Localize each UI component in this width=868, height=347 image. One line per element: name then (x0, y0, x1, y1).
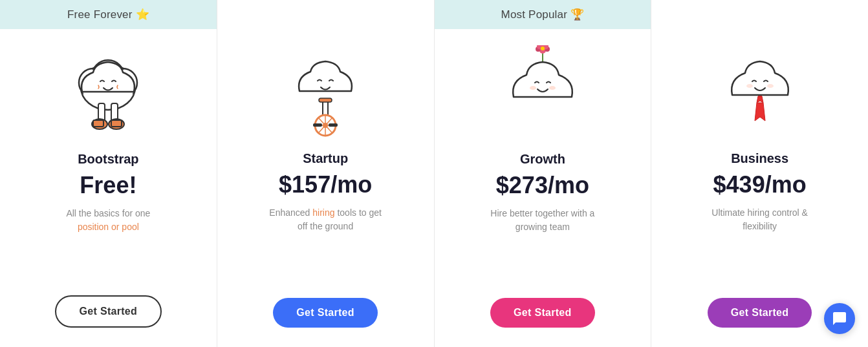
plan-price-bootstrap: Free! (80, 172, 136, 199)
plan-name-bootstrap: Bootstrap (78, 152, 138, 167)
plan-description-growth: Hire better together with agrowing team (477, 207, 607, 285)
svg-rect-22 (329, 123, 338, 127)
plan-card-growth: Most Popular 🏆 (435, 0, 652, 347)
plan-name-growth: Growth (520, 152, 565, 167)
pricing-container: Free Forever ⭐ (0, 0, 868, 347)
svg-marker-37 (755, 103, 765, 121)
get-started-button-business[interactable]: Get Started (708, 298, 812, 328)
plan-badge-startup: ‎ (217, 0, 434, 28)
plan-price-growth: $273/mo (496, 172, 589, 199)
svg-rect-11 (93, 120, 103, 127)
plan-badge-growth: Most Popular 🏆 (435, 0, 651, 29)
svg-point-32 (530, 86, 536, 90)
svg-point-31 (541, 47, 545, 50)
plan-card-business: ‎ Business $439/mo (651, 0, 868, 347)
illustration-business (708, 41, 812, 145)
plan-name-business: Business (731, 151, 788, 166)
svg-point-35 (767, 84, 774, 88)
plan-badge-business: ‎ (651, 0, 868, 28)
svg-rect-23 (319, 98, 332, 102)
plan-name-startup: Startup (303, 151, 348, 166)
svg-point-33 (549, 86, 556, 90)
chat-bubble-button[interactable] (824, 303, 855, 334)
get-started-button-startup[interactable]: Get Started (273, 298, 378, 328)
plan-price-business: $439/mo (713, 171, 807, 198)
plan-badge-bootstrap: Free Forever ⭐ (0, 0, 217, 29)
illustration-growth (491, 42, 594, 145)
svg-rect-13 (111, 120, 122, 127)
svg-point-34 (746, 84, 753, 88)
plan-price-startup: $157/mo (279, 171, 372, 198)
plan-description-bootstrap: All the basics for one position or pool (53, 207, 163, 282)
get-started-button-bootstrap[interactable]: Get Started (55, 295, 162, 328)
plan-card-bootstrap: Free Forever ⭐ (0, 0, 217, 347)
plan-description-business: Ultimate hiring control &flexibility (699, 206, 821, 285)
get-started-button-growth[interactable]: Get Started (490, 298, 595, 328)
illustration-startup (274, 41, 377, 145)
illustration-bootstrap (56, 42, 160, 145)
plan-card-startup: ‎ (217, 0, 435, 347)
plan-description-startup: Enhanced hiring tools to getoff the grou… (256, 206, 395, 285)
svg-rect-21 (313, 123, 322, 127)
chat-icon (832, 311, 847, 326)
svg-marker-36 (757, 96, 763, 103)
